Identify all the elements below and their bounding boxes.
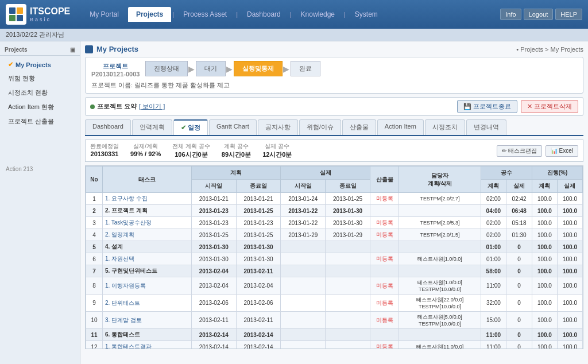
logo-text: ITSCOPE Basic	[30, 6, 70, 22]
cell-task-name[interactable]: 2. 프로젝트 계획	[102, 205, 191, 217]
nav-myportal[interactable]: My Portal	[82, 7, 127, 22]
cell-prog-real: 100.0	[557, 229, 582, 241]
top-right-buttons: Info Logout HELP	[500, 9, 582, 20]
subnav-risk[interactable]: 위험/이슈	[299, 119, 341, 135]
task-edit-button[interactable]: ✏ 태스크편집	[497, 145, 542, 157]
summary-bar: 프로젝트 요약 [ 보이기 ] 💾 프로젝트종료 ✕ 프로젝트삭제	[85, 97, 583, 116]
stage-tab-execution[interactable]: 실행및통제	[234, 61, 283, 76]
cell-real-end: 2013-01-25	[326, 193, 370, 205]
table-row: 3 1. Task및공수산정 2013-01-23 2013-01-23 201…	[86, 217, 583, 229]
cell-plan-start: 2013-01-30	[191, 241, 236, 253]
th-work: 공수	[481, 166, 532, 180]
cell-prog-real: 100.0	[557, 241, 582, 253]
subnav-dashboard[interactable]: Dashboard	[85, 119, 131, 135]
cell-prog-plan: 100.0	[532, 217, 557, 229]
cell-prog-plan: 100.0	[532, 205, 557, 217]
cell-task-name[interactable]: 6. 통합테스트	[102, 329, 191, 341]
stage-tab-status[interactable]: 진행상태	[145, 61, 188, 76]
subnav-notice[interactable]: 공지사항	[258, 119, 298, 135]
cell-task-name[interactable]: 5. 구현및단위테스트	[102, 265, 191, 277]
sidebar-item-risk[interactable]: 위험 현황	[0, 71, 80, 86]
cell-no: 11	[86, 329, 103, 341]
check-icon: ✔	[181, 124, 188, 131]
nav-projects[interactable]: Projects	[128, 7, 171, 22]
cell-real-end	[326, 265, 370, 277]
cell-task-name[interactable]: 2. 단위테스트	[102, 295, 191, 312]
sidebar-item-output[interactable]: 프로젝트 산출물	[0, 114, 80, 129]
subnav-output[interactable]: 산출물	[342, 119, 376, 135]
cell-plan-start: 2013-02-04	[191, 277, 236, 295]
project-label: 프로젝트	[103, 62, 128, 71]
sidebar-item-correction[interactable]: 시정조치 현황	[0, 86, 80, 100]
sidebar-section-title: Projects ▣	[0, 44, 80, 56]
cell-no: 9	[86, 295, 103, 312]
svg-rect-2	[9, 15, 16, 21]
table-row: 2 2. 프로젝트 계획 2013-01-23 2013-01-25 2013-…	[86, 205, 583, 217]
th-prog-real: 실제	[557, 180, 582, 193]
th-real-start: 시작일	[281, 180, 326, 193]
cell-work-real: 0	[506, 253, 532, 265]
cell-task-name[interactable]: 4. 설계	[102, 241, 191, 253]
project-id: P20130121-0003	[91, 71, 140, 78]
info-button[interactable]: Info	[500, 9, 521, 20]
subnav-changelog[interactable]: 변경내역	[466, 119, 506, 135]
cell-task-name[interactable]: 1. 요구사항 수집	[102, 193, 191, 205]
cell-prog-real: 100.0	[557, 277, 582, 295]
sidebar-item-myprojects[interactable]: ✔ My Projects	[0, 58, 80, 71]
help-button[interactable]: HELP	[555, 9, 582, 20]
cell-real-end	[326, 329, 370, 341]
sidebar-toggle[interactable]: ▣	[70, 47, 75, 53]
cell-task-name[interactable]: 1. 통합테스트결과	[102, 341, 191, 350]
cell-plan-end: 2013-01-25	[236, 229, 281, 241]
project-delete-button[interactable]: ✕ 프로젝트삭제	[521, 100, 578, 113]
cell-task-name[interactable]: 1. 이행자원등록	[102, 277, 191, 295]
close-icon: ✕	[527, 103, 532, 110]
cell-prog-plan: 100.0	[532, 295, 557, 312]
cell-task-name[interactable]: 1. 자원선택	[102, 253, 191, 265]
nav-processasset[interactable]: Process Asset	[175, 7, 235, 22]
th-task: 태스크	[102, 166, 191, 193]
nav-knowledge[interactable]: Knowledge	[293, 7, 343, 22]
logout-button[interactable]: Logout	[524, 9, 554, 20]
cell-prog-plan: 100.0	[532, 329, 557, 341]
nav-dashboard[interactable]: Dashboard	[239, 7, 289, 22]
cell-plan-start: 2013-01-21	[191, 193, 236, 205]
subnav-actionitem[interactable]: Action Item	[377, 119, 424, 135]
th-plan-start: 시작일	[191, 180, 236, 193]
subnav-correction[interactable]: 시정조치	[425, 119, 465, 135]
cell-prog-plan: 100.0	[532, 312, 557, 329]
project-header: 프로젝트 P20130121-0003 진행상태 ▶ 대기 ▶ 실행및통제 ▶ …	[85, 57, 583, 94]
stage-tab-waiting[interactable]: 대기	[196, 61, 226, 76]
stage-tab-complete[interactable]: 완료	[291, 61, 320, 76]
edit-icon: ✏	[502, 148, 506, 154]
cell-real-end: 2013-01-29	[326, 229, 370, 241]
cell-real-start	[281, 295, 326, 312]
excel-icon: 📊	[551, 148, 558, 154]
show-button[interactable]: [ 보이기 ]	[139, 102, 165, 111]
table-row: 12 1. 통합테스트결과 2013-02-14 2013-02-14 미등록 …	[86, 341, 583, 350]
sidebar-item-actionitem[interactable]: Action Item 현황	[0, 100, 80, 114]
cell-output: 미등록	[370, 295, 399, 312]
cell-real-start: 2013-01-22	[281, 217, 326, 229]
subnav-gantt[interactable]: Gantt Chart	[209, 119, 257, 135]
table-row: 11 6. 통합테스트 2013-02-14 2013-02-14 11:00 …	[86, 329, 583, 341]
svg-rect-0	[9, 7, 16, 14]
cell-prog-real: 100.0	[557, 205, 582, 217]
table-row: 1 1. 요구사항 수집 2013-01-21 2013-01-21 2013-…	[86, 193, 583, 205]
cell-task-name[interactable]: 2. 일정계획	[102, 229, 191, 241]
subnav-manpower[interactable]: 인력계획	[132, 119, 172, 135]
cell-prog-real: 100.0	[557, 217, 582, 229]
cell-task-name[interactable]: 1. Task및공수산정	[102, 217, 191, 229]
stat-total-work: 전체 계획 공수 106시간0분	[172, 142, 210, 159]
breadcrumb-bar: My Projects • Projects > My Projects	[85, 45, 583, 53]
cell-task-name[interactable]: 3. 단계말 검토	[102, 312, 191, 329]
cell-work-plan: 02:00	[481, 217, 506, 229]
cell-plan-end: 2013-01-23	[236, 217, 281, 229]
cell-work-plan: 32:00	[481, 295, 506, 312]
excel-button[interactable]: 📊 Excel	[546, 145, 578, 157]
project-end-button[interactable]: 💾 프로젝트종료	[457, 100, 517, 113]
subnav-schedule[interactable]: ✔ 일정	[173, 119, 208, 135]
task-table: No 태스크 계획 실제 산출물 담당자계획/삭제 공수 진행(%) 시작일 종…	[85, 165, 583, 349]
nav-system[interactable]: System	[347, 7, 386, 22]
cell-real-end	[326, 241, 370, 253]
